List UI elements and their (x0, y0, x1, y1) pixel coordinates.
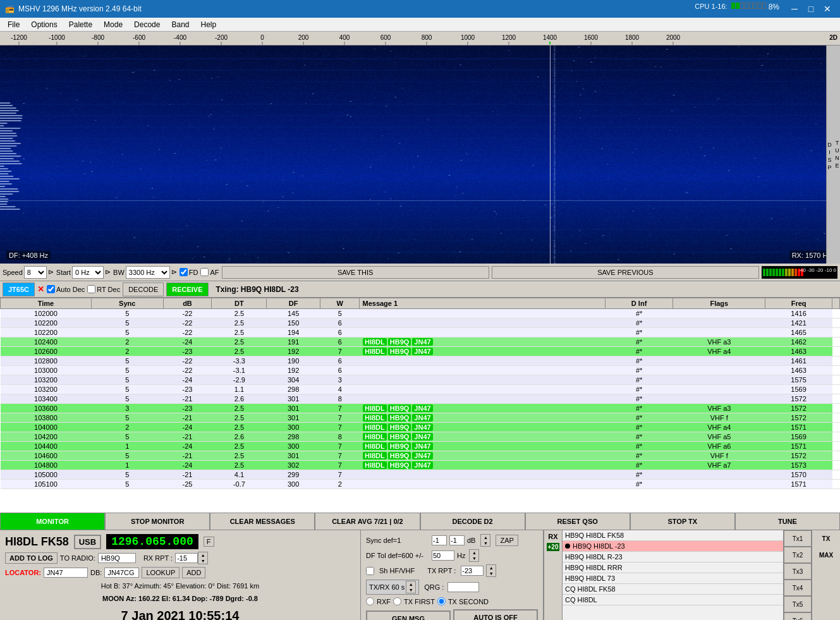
decode-button[interactable]: DECODE (123, 283, 164, 296)
sh-hf-checkbox[interactable] (366, 567, 374, 575)
tx-rpt-spinner[interactable]: ▲ ▼ (486, 564, 496, 577)
rx-rpt-down[interactable]: ▼ (198, 558, 207, 564)
fd-checkbox[interactable] (180, 268, 188, 276)
auto-dec-checkbox[interactable] (47, 285, 55, 293)
tx6-button[interactable]: Tx6 (784, 612, 812, 620)
speed-select[interactable]: 8 (24, 266, 47, 279)
table-row[interactable]: 104400 1 -24 2.5 300 7 HI8DLHB9QJN47 #* … (1, 442, 840, 451)
gen-msg-button[interactable]: GEN MSG (366, 611, 451, 620)
menu-palette[interactable]: Palette (64, 19, 97, 30)
zap-button[interactable]: ZAP (496, 535, 518, 546)
close-button[interactable]: ✕ (820, 3, 835, 15)
lookup-button[interactable]: LOOKUP (142, 567, 180, 578)
rx-item-1[interactable]: HB9Q HI8DL FK58 (563, 530, 783, 541)
stop-tx-button[interactable]: STOP TX (630, 513, 735, 530)
table-row[interactable]: 104800 1 -24 2.5 302 7 HI8DLHB9QJN47 #* … (1, 461, 840, 470)
rx-rpt-input[interactable] (175, 553, 198, 563)
message-table-container[interactable]: Time Sync dB DT DF W Message 1 D Inf Fla… (0, 298, 840, 513)
sync-input1[interactable] (432, 535, 447, 545)
table-row[interactable]: 102200 5 -22 2.5 194 6 #* 1465 (1, 328, 840, 337)
decode-d2-button[interactable]: DECODE D2 (420, 513, 525, 530)
rt-dec-checkbox[interactable] (87, 285, 95, 293)
rx-item-7[interactable]: CQ HI8DL (563, 595, 783, 605)
bw-select[interactable]: 3300 Hz (126, 266, 170, 279)
mode-jt65c-button[interactable]: JT65C (3, 283, 35, 296)
receive-button[interactable]: RECEIVE (166, 283, 208, 296)
rx-item-6[interactable]: CQ HI8DL FK58 (563, 584, 783, 595)
table-row[interactable]: 104600 5 -21 2.5 301 7 HI8DLHB9QJN47 #* … (1, 451, 840, 461)
rx-item-4[interactable]: HB9Q HI8DL RRR (563, 562, 783, 573)
db-input[interactable] (104, 568, 139, 578)
auto-off-button[interactable]: AUTO IS OFF (453, 609, 538, 620)
table-row[interactable]: 105000 5 -21 4.1 299 7 #* 1570 (1, 470, 840, 480)
tx-second-radio[interactable] (437, 597, 446, 605)
df-tol-down[interactable]: ▼ (470, 556, 478, 561)
rx-rpt-spinner[interactable]: ▲ ▼ (175, 552, 208, 564)
clear-avg-button[interactable]: CLEAR AVG 7/21 | 0/2 (315, 513, 420, 530)
minimize-button[interactable]: ─ (787, 3, 802, 15)
tune-button[interactable]: TUNE (735, 513, 840, 530)
table-row[interactable]: 103000 5 -22 -3.1 192 6 #* 1463 (1, 366, 840, 375)
tx-first-radio[interactable] (393, 597, 401, 605)
rx-item-3[interactable]: HB9Q HI8DL R-23 (563, 552, 783, 562)
sync-up[interactable]: ▲ (481, 535, 490, 540)
tx-rx-down[interactable]: ▼ (406, 587, 415, 593)
monitor-button[interactable]: MONITOR (0, 513, 105, 530)
rx-item-5[interactable]: HB9Q HI8DL 73 (563, 573, 783, 584)
menu-mode[interactable]: Mode (99, 19, 128, 30)
to-radio-input[interactable] (98, 553, 136, 563)
table-row[interactable]: 104200 5 -21 2.6 298 8 HI8DLHB9QJN47 #* … (1, 432, 840, 442)
table-row[interactable]: 104000 2 -24 2.5 300 7 HI8DLHB9QJN47 #* … (1, 423, 840, 432)
af-checkbox[interactable] (200, 268, 209, 276)
rx-message-list[interactable]: HB9Q HI8DL FK58 HB9Q HI8DL -23 HB9Q HI8D… (563, 530, 783, 620)
tx-rx-up[interactable]: ▲ (406, 581, 415, 587)
add-to-log-button[interactable]: ADD TO LOG (5, 552, 58, 564)
clear-messages-button[interactable]: CLEAR MESSAGES (210, 513, 315, 530)
tx3-button[interactable]: Tx3 (784, 563, 812, 580)
tx2-button[interactable]: Tx2 (784, 547, 812, 563)
table-row[interactable]: 103600 3 -23 2.5 301 7 HI8DLHB9QJN47 #* … (1, 404, 840, 413)
save-previous-button[interactable]: SAVE PREVIOUS (492, 266, 759, 279)
menu-decode[interactable]: Decode (129, 19, 165, 30)
save-this-button[interactable]: SAVE THIS (222, 266, 489, 279)
menu-options[interactable]: Options (26, 19, 62, 30)
table-row[interactable]: 102600 2 -23 2.5 192 7 HI8DLHB9QJN47 #* … (1, 347, 840, 356)
reset-qso-button[interactable]: RESET QSO (525, 513, 630, 530)
sync-input2[interactable] (449, 535, 465, 545)
tx1-button[interactable]: Tx1 (784, 530, 812, 547)
table-row[interactable]: 103400 5 -21 2.6 301 8 #* 1572 (1, 394, 840, 404)
tx-rpt-down[interactable]: ▼ (487, 571, 496, 576)
tx4-button[interactable]: Tx4 (784, 580, 812, 596)
tx-rpt-up[interactable]: ▲ (487, 565, 496, 571)
waterfall-container[interactable]: DF: +408 Hz RX: 1570 Hz TUNE DISP (0, 46, 840, 264)
maximize-button[interactable]: □ (803, 3, 819, 15)
add-button[interactable]: ADD (182, 567, 205, 578)
table-row[interactable]: 102200 5 -22 2.5 150 6 #* 1421 (1, 319, 840, 328)
locator-input[interactable] (44, 568, 88, 578)
menu-help[interactable]: Help (196, 19, 222, 30)
qrg-input[interactable] (447, 582, 479, 592)
table-row[interactable]: 103200 5 -24 -2.9 304 3 #* 1575 (1, 375, 840, 385)
table-row[interactable]: 102400 2 -24 2.5 191 6 HI8DLHB9QJN47 #* … (1, 337, 840, 347)
table-row[interactable]: 103200 5 -23 1.1 298 4 #* 1569 (1, 385, 840, 394)
sync-spinner[interactable]: ▲ ▼ (480, 534, 490, 547)
stop-monitor-button[interactable]: STOP MONITOR (105, 513, 210, 530)
menu-band[interactable]: Band (166, 19, 194, 30)
rx-rpt-up[interactable]: ▲ (198, 552, 207, 558)
rxf-radio[interactable] (366, 597, 374, 605)
table-row[interactable]: 105100 5 -25 -0.7 300 2 #* 1571 (1, 480, 840, 489)
sync-down[interactable]: ▼ (481, 540, 490, 546)
tx-rpt-input[interactable] (461, 566, 484, 576)
table-row[interactable]: 102800 5 -22 -3.3 190 6 #* 1461 (1, 356, 840, 366)
table-row[interactable]: 102000 5 -22 2.5 145 5 #* 1416 (1, 309, 840, 319)
df-tol-input[interactable] (432, 550, 454, 561)
rx-item-2[interactable]: HB9Q HI8DL -23 (563, 541, 783, 552)
table-row[interactable]: 103800 5 -21 2.5 301 7 HI8DLHB9QJN47 #* … (1, 413, 840, 423)
start-select[interactable]: 0 Hz (72, 266, 104, 279)
df-tol-spinner[interactable]: ▲ ▼ (469, 549, 479, 562)
col-time: Time (1, 298, 92, 309)
df-tol-up[interactable]: ▲ (470, 550, 478, 556)
menu-file[interactable]: File (3, 19, 25, 30)
tx5-button[interactable]: Tx5 (784, 596, 812, 612)
tx-rx-arrows[interactable]: ▲ ▼ (406, 581, 416, 593)
